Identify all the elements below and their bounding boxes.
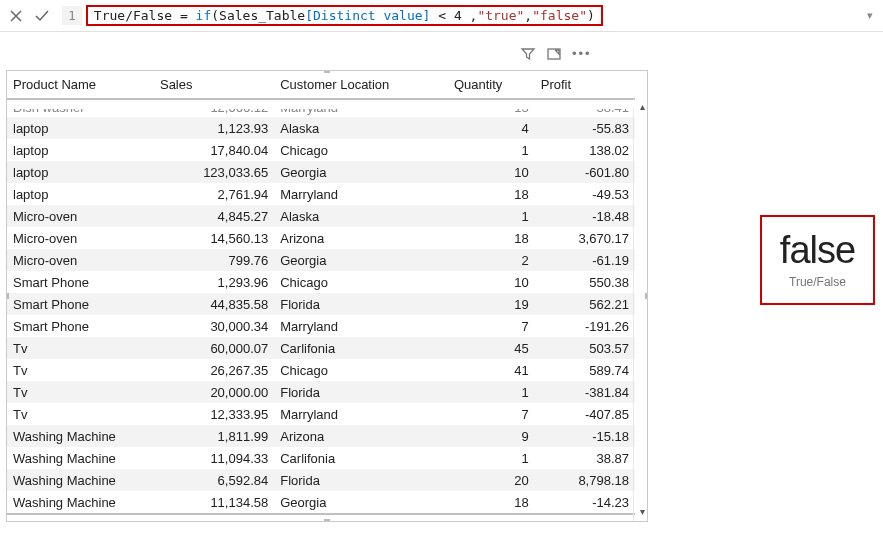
cell-sales: 799.76 xyxy=(154,249,274,271)
cell-quantity: 19 xyxy=(448,293,535,315)
table-row[interactable]: Micro-oven799.76Georgia2-61.19 xyxy=(7,249,635,271)
cell-location: Chicago xyxy=(274,139,448,161)
formula-bar: 1 True/False = if(Sales_Table[Distinct v… xyxy=(0,0,883,32)
cell-quantity: 10 xyxy=(448,161,535,183)
resize-handle[interactable] xyxy=(6,293,9,299)
table-row[interactable]: Tv60,000.07Carlifonia45503.57 xyxy=(7,337,635,359)
visual-header-toolbar: ••• xyxy=(520,46,592,62)
cancel-icon[interactable] xyxy=(4,4,28,28)
table-row[interactable]: laptop17,840.04Chicago1138.02 xyxy=(7,139,635,161)
card-visual[interactable]: false True/False xyxy=(760,215,875,305)
table-row[interactable]: Smart Phone30,000.34Marryland7-191.26 xyxy=(7,315,635,337)
line-number: 1 xyxy=(62,6,82,25)
table-row[interactable]: Dish washer12,066.12Marryland1338.41 xyxy=(7,99,635,117)
table-row[interactable]: Washing Machine11,094.33Carlifonia138.87 xyxy=(7,447,635,469)
cell-location: Alaska xyxy=(274,117,448,139)
table-visual[interactable]: ▴ ▾ Product Name Sales Customer Location… xyxy=(6,70,648,522)
cell-sales: 11,134.58 xyxy=(154,491,274,514)
cell-sales: 1,811.99 xyxy=(154,425,274,447)
cell-sales: 11,094.33 xyxy=(154,447,274,469)
cell-profit: 550.38 xyxy=(535,271,635,293)
cell-location: Florida xyxy=(274,469,448,491)
more-options-icon[interactable]: ••• xyxy=(572,46,592,62)
commit-icon[interactable] xyxy=(30,4,54,28)
cell-quantity: 20 xyxy=(448,469,535,491)
table-row[interactable]: Micro-oven4,845.27Alaska1-18.48 xyxy=(7,205,635,227)
table-row[interactable]: Tv26,267.35Chicago41589.74 xyxy=(7,359,635,381)
cell-sales: 12,066.12 xyxy=(154,99,274,117)
card-label: True/False xyxy=(789,275,846,289)
scrollbar[interactable] xyxy=(633,99,647,521)
table-row[interactable]: laptop123,033.65Georgia10-601.80 xyxy=(7,161,635,183)
cell-sales: 1,123.93 xyxy=(154,117,274,139)
cell-product: Smart Phone xyxy=(7,315,154,337)
cell-sales: 2,761.94 xyxy=(154,183,274,205)
cell-quantity: 7 xyxy=(448,315,535,337)
cell-profit: -15.18 xyxy=(535,425,635,447)
col-customer-location[interactable]: Customer Location xyxy=(274,71,448,99)
table-row[interactable]: Tv20,000.00Florida1-381.84 xyxy=(7,381,635,403)
cell-location: Georgia xyxy=(274,249,448,271)
cell-profit: -55.83 xyxy=(535,117,635,139)
col-profit[interactable]: Profit xyxy=(535,71,635,99)
cell-location: Chicago xyxy=(274,271,448,293)
table-row[interactable]: laptop1,123.93Alaska4-55.83 xyxy=(7,117,635,139)
table-row[interactable]: Tv12,333.95Marryland7-407.85 xyxy=(7,403,635,425)
formula-input[interactable]: True/False = if(Sales_Table[Distinct val… xyxy=(86,5,603,26)
table-row[interactable]: Washing Machine11,134.58Georgia18-14.23 xyxy=(7,491,635,514)
cell-quantity: 9 xyxy=(448,425,535,447)
table-row[interactable]: Washing Machine1,811.99Arizona9-15.18 xyxy=(7,425,635,447)
cell-location: Marryland xyxy=(274,99,448,117)
table-row[interactable]: Micro-oven14,560.13Arizona183,670.17 xyxy=(7,227,635,249)
cell-product: Washing Machine xyxy=(7,469,154,491)
cell-quantity: 1 xyxy=(448,139,535,161)
total-sales: 590,930.71 xyxy=(154,514,274,522)
cell-sales: 26,267.35 xyxy=(154,359,274,381)
cell-product: Tv xyxy=(7,359,154,381)
cell-product: Washing Machine xyxy=(7,425,154,447)
cell-sales: 123,033.65 xyxy=(154,161,274,183)
cell-sales: 1,293.96 xyxy=(154,271,274,293)
expand-formula-icon[interactable]: ▾ xyxy=(861,9,879,22)
cell-product: laptop xyxy=(7,183,154,205)
cell-location: Marryland xyxy=(274,183,448,205)
cell-profit: 38.41 xyxy=(535,99,635,117)
table-row[interactable]: Smart Phone44,835.58Florida19562.21 xyxy=(7,293,635,315)
scroll-up-icon[interactable]: ▴ xyxy=(640,101,645,112)
scroll-down-icon[interactable]: ▾ xyxy=(640,506,645,517)
cell-profit: -61.19 xyxy=(535,249,635,271)
cell-quantity: 18 xyxy=(448,183,535,205)
cell-profit: 38.87 xyxy=(535,447,635,469)
cell-product: laptop xyxy=(7,117,154,139)
formula-measure-name: True/False xyxy=(94,8,172,23)
filter-icon[interactable] xyxy=(520,46,536,62)
total-profit: 13,509.78 xyxy=(535,514,635,522)
cell-quantity: 18 xyxy=(448,491,535,514)
cell-profit: 3,670.17 xyxy=(535,227,635,249)
table-totals-row: Total 590,930.71 310 13,509.78 xyxy=(7,514,635,522)
resize-handle[interactable] xyxy=(324,70,330,73)
table-row[interactable]: Washing Machine6,592.84Florida208,798.18 xyxy=(7,469,635,491)
cell-quantity: 2 xyxy=(448,249,535,271)
cell-quantity: 45 xyxy=(448,337,535,359)
cell-profit: 503.57 xyxy=(535,337,635,359)
cell-profit: 589.74 xyxy=(535,359,635,381)
cell-quantity: 7 xyxy=(448,403,535,425)
cell-profit: -601.80 xyxy=(535,161,635,183)
focus-mode-icon[interactable] xyxy=(546,46,562,62)
cell-quantity: 13 xyxy=(448,99,535,117)
col-sales[interactable]: Sales xyxy=(154,71,274,99)
col-quantity[interactable]: Quantity xyxy=(448,71,535,99)
total-quantity: 310 xyxy=(448,514,535,522)
cell-product: Micro-oven xyxy=(7,227,154,249)
cell-product: Tv xyxy=(7,337,154,359)
cell-sales: 30,000.34 xyxy=(154,315,274,337)
cell-profit: -14.23 xyxy=(535,491,635,514)
table-row[interactable]: laptop2,761.94Marryland18-49.53 xyxy=(7,183,635,205)
col-product-name[interactable]: Product Name xyxy=(7,71,154,99)
cell-location: Carlifonia xyxy=(274,337,448,359)
cell-product: Smart Phone xyxy=(7,293,154,315)
cell-location: Carlifonia xyxy=(274,447,448,469)
table-row[interactable]: Smart Phone1,293.96Chicago10550.38 xyxy=(7,271,635,293)
cell-quantity: 41 xyxy=(448,359,535,381)
